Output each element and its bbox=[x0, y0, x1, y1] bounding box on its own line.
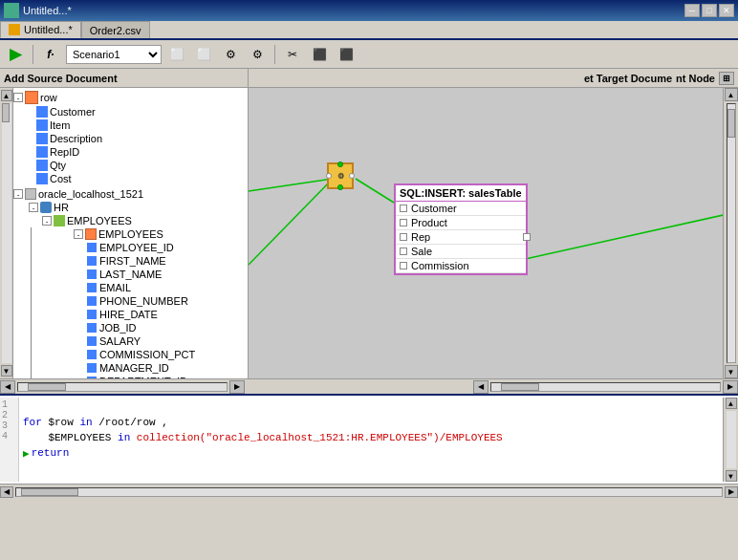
expand-oracle[interactable]: - bbox=[13, 189, 23, 199]
emp-table-icon bbox=[85, 228, 97, 240]
tree-manager-id[interactable]: MANAGER_ID bbox=[74, 361, 246, 375]
connector-rep-left bbox=[400, 233, 407, 241]
tree-last-name[interactable]: LAST_NAME bbox=[74, 268, 246, 281]
hr-icon bbox=[40, 202, 52, 213]
code-hscroll-track bbox=[15, 487, 723, 497]
main-layout: ▲ ▼ - row Customer bbox=[0, 88, 738, 378]
btn2[interactable]: ⬜ bbox=[192, 44, 215, 65]
sql-row-commission[interactable]: Commission bbox=[396, 259, 526, 273]
manager-id-icon bbox=[87, 363, 97, 373]
expand-emp-table[interactable]: - bbox=[74, 229, 83, 239]
left-scrollbar: ▲ ▼ bbox=[0, 88, 13, 378]
scenario-select[interactable]: Scenario1 bbox=[66, 45, 162, 64]
hscroll-right2-left[interactable]: ◀ bbox=[473, 380, 488, 394]
tree-item-item[interactable]: Item bbox=[13, 118, 246, 132]
scroll-thumb-left[interactable] bbox=[2, 103, 10, 122]
scroll-up-btn[interactable]: ▲ bbox=[1, 90, 12, 101]
tab-untitled[interactable]: Untitled...* bbox=[0, 21, 81, 38]
btn7[interactable]: ⬛ bbox=[335, 44, 358, 65]
code-scrollbar: ▲ ▼ bbox=[723, 398, 738, 482]
sql-row-sale[interactable]: Sale bbox=[396, 245, 526, 259]
tree-description-item[interactable]: Description bbox=[13, 132, 246, 145]
tree-cost-item[interactable]: Cost bbox=[13, 172, 246, 185]
btn6[interactable]: ⬛ bbox=[308, 44, 331, 65]
target-expand-btn[interactable]: ⊞ bbox=[719, 72, 734, 85]
hscroll-right[interactable]: ▶ bbox=[229, 380, 245, 394]
code-panel: 1 2 3 4 for $row in /root/row , $EMPLOYE… bbox=[0, 394, 738, 499]
run-button[interactable]: ▶ bbox=[4, 44, 27, 65]
code-hscroll-right[interactable]: ▶ bbox=[725, 486, 738, 498]
tree-employees-folder[interactable]: - EMPLOYEES bbox=[13, 214, 246, 227]
tree-commission-pct[interactable]: COMMISSION_PCT bbox=[74, 348, 246, 361]
sql-row-customer[interactable]: Customer bbox=[396, 202, 526, 216]
minimize-button[interactable]: ─ bbox=[684, 4, 700, 17]
tree-customer-item[interactable]: Customer bbox=[13, 105, 246, 118]
code-collection-arg: "oracle_localhost_1521:HR.EMPLOYEES" bbox=[206, 432, 433, 443]
code-for-text: $row bbox=[42, 417, 80, 428]
code-indent: $EMPLOYEES bbox=[23, 432, 118, 443]
transform-dot-bottom bbox=[337, 184, 343, 190]
qty-col-icon bbox=[36, 160, 48, 171]
oracle-db-icon bbox=[25, 188, 36, 200]
tree-salary[interactable]: SALARY bbox=[74, 334, 246, 348]
row-icon bbox=[25, 91, 38, 104]
tree-job-id[interactable]: JOB_ID bbox=[74, 321, 246, 334]
expand-row[interactable]: - bbox=[13, 93, 23, 102]
btn5[interactable]: ✂ bbox=[281, 44, 304, 65]
job-id-icon bbox=[87, 323, 97, 333]
code-for-keyword: for bbox=[23, 417, 42, 428]
tree-employees-table[interactable]: - EMPLOYEES bbox=[74, 227, 246, 241]
tree-qty-item[interactable]: Qty bbox=[13, 159, 246, 172]
code-collection bbox=[130, 432, 137, 443]
code-lines[interactable]: for $row in /root/row , $EMPLOYEES in co… bbox=[19, 398, 723, 482]
tree-hire-date[interactable]: HIRE_DATE bbox=[74, 308, 246, 321]
expand-emp-folder[interactable]: - bbox=[42, 216, 52, 226]
right-scroll-down[interactable]: ▼ bbox=[725, 365, 738, 378]
fx-button[interactable]: f· bbox=[39, 44, 62, 65]
tree-phone[interactable]: PHONE_NUMBER bbox=[74, 294, 246, 308]
transform-dot-left bbox=[326, 173, 332, 179]
tab-order2[interactable]: Order2.csv bbox=[81, 21, 150, 38]
scroll-down-btn[interactable]: ▼ bbox=[1, 365, 12, 377]
scroll-track-left bbox=[2, 103, 11, 363]
line-num-4: 4 bbox=[2, 431, 16, 442]
hscroll-thumb-right[interactable] bbox=[501, 383, 539, 391]
hscroll-right2-right[interactable]: ▶ bbox=[723, 380, 738, 394]
sql-node[interactable]: SQL:INSERT: salesTable Customer Product … bbox=[394, 183, 528, 275]
target-panel-header: et Target Docume nt Node ⊞ bbox=[249, 69, 738, 87]
right-scroll-thumb[interactable] bbox=[727, 109, 735, 138]
item-col-icon bbox=[36, 119, 48, 131]
right-scroll-track bbox=[727, 103, 736, 363]
sql-row-rep[interactable]: Rep bbox=[396, 230, 526, 245]
code-collection-func: collection( bbox=[137, 432, 206, 443]
phone-icon bbox=[87, 296, 97, 306]
tree-hr-item[interactable]: - HR bbox=[13, 201, 246, 214]
right-scroll-up[interactable]: ▲ bbox=[725, 88, 738, 101]
btn4[interactable]: ⚙ bbox=[246, 44, 269, 65]
transform-node[interactable]: ⚙ bbox=[327, 162, 359, 195]
btn1[interactable]: ⬜ bbox=[165, 44, 188, 65]
code-scroll-down[interactable]: ▼ bbox=[726, 470, 737, 482]
code-hscroll-thumb[interactable] bbox=[21, 488, 78, 496]
code-hscroll-left[interactable]: ◀ bbox=[0, 486, 13, 498]
tree-dept-id[interactable]: DEPARTMENT_ID bbox=[74, 375, 246, 378]
tree-repid-item[interactable]: RepID bbox=[13, 145, 246, 159]
code-scroll-up[interactable]: ▲ bbox=[726, 398, 737, 409]
tree-email[interactable]: EMAIL bbox=[74, 281, 246, 294]
expand-hr[interactable]: - bbox=[29, 203, 38, 212]
email-icon bbox=[87, 283, 97, 292]
tree-oracle-item[interactable]: - oracle_localhost_1521 bbox=[13, 187, 246, 201]
sql-row-product[interactable]: Product bbox=[396, 216, 526, 230]
close-button[interactable]: ✕ bbox=[719, 4, 734, 17]
svg-line-1 bbox=[356, 179, 394, 203]
maximize-button[interactable]: □ bbox=[702, 4, 717, 17]
connector-customer-left bbox=[400, 205, 407, 212]
tree-row-item[interactable]: - row bbox=[13, 90, 246, 105]
btn3[interactable]: ⚙ bbox=[219, 44, 242, 65]
tree-first-name[interactable]: FIRST_NAME bbox=[74, 254, 246, 268]
sql-node-header: SQL:INSERT: salesTable bbox=[396, 185, 526, 202]
title-bar-buttons: ─ □ ✕ bbox=[684, 4, 734, 17]
hscroll-left[interactable]: ◀ bbox=[0, 380, 15, 394]
tree-emp-id[interactable]: EMPLOYEE_ID bbox=[74, 241, 246, 254]
hscroll-thumb-left[interactable] bbox=[28, 383, 66, 391]
